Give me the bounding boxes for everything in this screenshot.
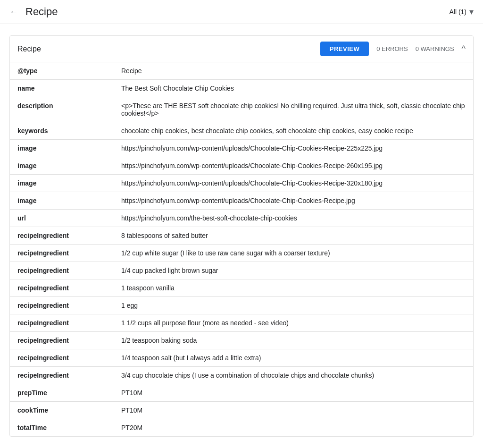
row-value: The Best Soft Chocolate Chip Cookies — [114, 80, 473, 97]
row-key: recipeIngredient — [10, 349, 114, 367]
row-value: 1/2 teaspoon baking soda — [114, 332, 473, 349]
row-key: recipeIngredient — [10, 227, 114, 245]
table-row: imagehttps://pinchofyum.com/wp-content/u… — [10, 140, 473, 157]
row-key: recipeIngredient — [10, 332, 114, 349]
row-key: image — [10, 140, 114, 157]
row-value: <p>These are THE BEST soft chocolate chi… — [114, 97, 473, 122]
row-key: recipeIngredient — [10, 279, 114, 297]
table-row: recipeIngredient1 teaspoon vanilla — [10, 279, 473, 297]
row-key: recipeIngredient — [10, 245, 114, 262]
table-row: recipeIngredient1 1/2 cups all purpose f… — [10, 314, 473, 332]
row-key: recipeIngredient — [10, 297, 114, 314]
preview-button[interactable]: PREVIEW — [320, 42, 369, 56]
section-actions: PREVIEW 0 ERRORS 0 WARNINGS ^ — [320, 42, 466, 56]
table-row: @typeRecipe — [10, 62, 473, 80]
row-value: 1/4 cup packed light brown sugar — [114, 262, 473, 279]
row-key: @type — [10, 62, 114, 80]
table-row: imagehttps://pinchofyum.com/wp-content/u… — [10, 157, 473, 175]
filter-label: All (1) — [449, 8, 466, 16]
row-value: Recipe — [114, 62, 473, 80]
table-row: cookTimePT10M — [10, 402, 473, 419]
back-icon[interactable]: ← — [9, 7, 18, 17]
table-row: description<p>These are THE BEST soft ch… — [10, 97, 473, 122]
row-value: https://pinchofyum.com/wp-content/upload… — [114, 157, 473, 175]
top-bar-left: ← Recipe — [9, 6, 58, 18]
row-key: prepTime — [10, 384, 114, 402]
table-row: totalTimePT20M — [10, 419, 473, 437]
section-title: Recipe — [17, 45, 41, 53]
row-key: url — [10, 210, 114, 227]
row-value: https://pinchofyum.com/wp-content/upload… — [114, 192, 473, 210]
data-table: @typeRecipenameThe Best Soft Chocolate C… — [10, 62, 473, 436]
row-key: image — [10, 157, 114, 175]
table-row: nameThe Best Soft Chocolate Chip Cookies — [10, 80, 473, 97]
row-value: https://pinchofyum.com/wp-content/upload… — [114, 175, 473, 192]
row-key: keywords — [10, 122, 114, 140]
row-value: PT20M — [114, 419, 473, 437]
section-card: Recipe PREVIEW 0 ERRORS 0 WARNINGS ^ @ty… — [9, 35, 474, 437]
warnings-label: 0 WARNINGS — [416, 45, 454, 52]
row-value: 1 1/2 cups all purpose flour (more as ne… — [114, 314, 473, 332]
row-key: totalTime — [10, 419, 114, 437]
row-key: recipeIngredient — [10, 367, 114, 384]
row-value: 1 egg — [114, 297, 473, 314]
table-row: recipeIngredient1/4 cup packed light bro… — [10, 262, 473, 279]
table-row: recipeIngredient1/2 teaspoon baking soda — [10, 332, 473, 349]
table-row: imagehttps://pinchofyum.com/wp-content/u… — [10, 175, 473, 192]
row-value: PT10M — [114, 384, 473, 402]
row-value: 3/4 cup chocolate chips (I use a combina… — [114, 367, 473, 384]
row-value: 1/4 teaspoon salt (but I always add a li… — [114, 349, 473, 367]
errors-label: 0 ERRORS — [376, 45, 408, 52]
row-key: name — [10, 80, 114, 97]
table-row: recipeIngredient1 egg — [10, 297, 473, 314]
top-bar-right: All (1) ▾ — [449, 7, 474, 17]
page-title: Recipe — [25, 6, 58, 18]
table-row: recipeIngredient8 tablespoons of salted … — [10, 227, 473, 245]
table-row: prepTimePT10M — [10, 384, 473, 402]
row-value: https://pinchofyum.com/wp-content/upload… — [114, 140, 473, 157]
collapse-icon[interactable]: ^ — [462, 44, 466, 54]
row-value: 1/2 cup white sugar (I like to use raw c… — [114, 245, 473, 262]
row-key: image — [10, 175, 114, 192]
top-bar: ← Recipe All (1) ▾ — [0, 0, 483, 24]
row-value: chocolate chip cookies, best chocolate c… — [114, 122, 473, 140]
row-key: description — [10, 97, 114, 122]
content-area: Recipe PREVIEW 0 ERRORS 0 WARNINGS ^ @ty… — [0, 24, 483, 437]
row-key: cookTime — [10, 402, 114, 419]
table-row: keywordschocolate chip cookies, best cho… — [10, 122, 473, 140]
table-row: recipeIngredient3/4 cup chocolate chips … — [10, 367, 473, 384]
row-key: recipeIngredient — [10, 314, 114, 332]
table-row: recipeIngredient1/4 teaspoon salt (but I… — [10, 349, 473, 367]
row-value: 1 teaspoon vanilla — [114, 279, 473, 297]
section-header: Recipe PREVIEW 0 ERRORS 0 WARNINGS ^ — [10, 36, 473, 62]
chevron-down-icon[interactable]: ▾ — [469, 7, 474, 17]
row-value: PT10M — [114, 402, 473, 419]
row-value: 8 tablespoons of salted butter — [114, 227, 473, 245]
table-row: imagehttps://pinchofyum.com/wp-content/u… — [10, 192, 473, 210]
row-key: image — [10, 192, 114, 210]
row-key: recipeIngredient — [10, 262, 114, 279]
table-row: urlhttps://pinchofyum.com/the-best-soft-… — [10, 210, 473, 227]
row-value: https://pinchofyum.com/the-best-soft-cho… — [114, 210, 473, 227]
table-row: recipeIngredient1/2 cup white sugar (I l… — [10, 245, 473, 262]
